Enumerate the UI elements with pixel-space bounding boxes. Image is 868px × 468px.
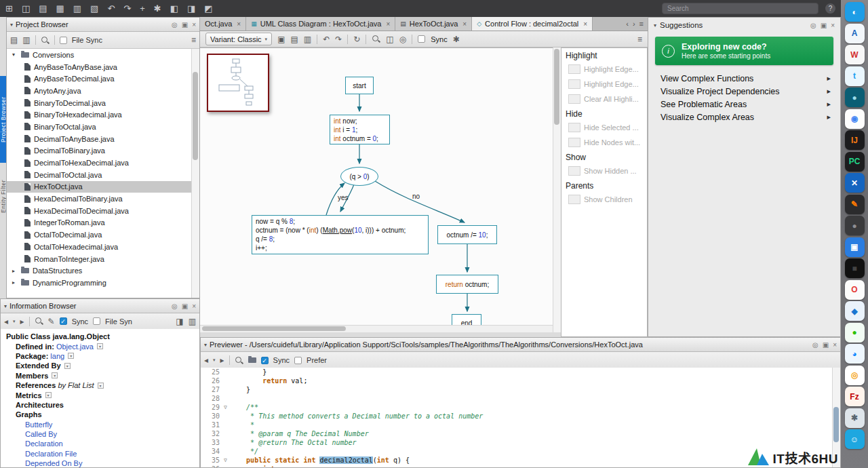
tree-file-item[interactable]: DecimalToOctal.java	[7, 169, 192, 181]
flow-node-condition[interactable]: (q > 0)	[340, 167, 378, 186]
caret-right-icon[interactable]: ▸	[12, 268, 18, 274]
collapse-caret-icon[interactable]: ▾	[10, 22, 13, 28]
graph-option-item[interactable]: Show Hidden ...	[561, 163, 647, 178]
tree-file-item[interactable]: BinaryToDecimal.java	[7, 97, 192, 109]
suggestion-link[interactable]: Visualize Project Dependencies▸	[648, 85, 840, 98]
prefer-checkbox[interactable]	[294, 357, 302, 364]
expand-icon[interactable]: ▾	[68, 353, 74, 359]
info-property[interactable]: Extended By▾	[1, 361, 199, 370]
dock-gray-app-icon[interactable]: ●	[845, 216, 865, 235]
pin-icon[interactable]: ◎	[812, 341, 818, 349]
editor-tab[interactable]: ▦UML Class Diagram : HexToOct.java×	[246, 17, 395, 31]
search-icon[interactable]	[235, 356, 243, 365]
dock-gem-icon[interactable]: ◆	[845, 301, 865, 321]
graph-link[interactable]: Declaration File	[25, 450, 77, 458]
graph-option-item[interactable]: Clear All Highli...	[561, 92, 647, 106]
float-window-icon[interactable]: ▣	[182, 303, 188, 310]
pin-icon[interactable]: ◎	[810, 22, 816, 29]
open-folder-icon[interactable]: ▦	[56, 4, 64, 13]
graph-link[interactable]: Called By	[25, 430, 57, 438]
dock-chrome-icon[interactable]: ◉	[845, 109, 865, 129]
collapse-caret-icon[interactable]: ▾	[204, 342, 207, 348]
float-window-icon[interactable]: ▣	[823, 341, 829, 349]
tree-file-item[interactable]: OctalToHexadecimal.java	[7, 241, 192, 253]
dock-settings-icon[interactable]: ✱	[845, 408, 865, 428]
save-image-icon[interactable]: ▥	[304, 35, 311, 43]
caret-down-icon[interactable]: ▾	[12, 52, 18, 58]
diagram-sync-checkbox[interactable]	[418, 35, 425, 43]
dock-pen-icon[interactable]: ✎	[845, 195, 865, 214]
settings-wrench-icon[interactable]: ✱	[453, 35, 460, 43]
dock-twitter-icon[interactable]: t	[845, 66, 865, 86]
move-tool-icon[interactable]: +	[140, 4, 145, 13]
graph-link[interactable]: Declaration	[25, 440, 63, 448]
dock-app-a-icon[interactable]: A	[845, 24, 865, 43]
tree-scrollbar[interactable]	[191, 49, 199, 298]
close-icon[interactable]: ×	[192, 21, 196, 28]
suggestion-link[interactable]: Visualize Complex Areas▸	[648, 111, 840, 123]
center-node-icon[interactable]: ◎	[399, 35, 406, 43]
tab-scroll-left-icon[interactable]: ‹	[626, 20, 629, 28]
fold-icon[interactable]: ▽	[221, 457, 230, 463]
dock-opera-icon[interactable]: O	[845, 280, 865, 300]
new-file-icon[interactable]: ▤	[10, 36, 18, 44]
expand-all-icon[interactable]: ◨	[176, 317, 183, 326]
info-property[interactable]: Defined in: Object.java▾	[1, 341, 199, 351]
scrollbar-thumb[interactable]	[833, 407, 839, 442]
save-all-icon[interactable]: ▧	[90, 4, 98, 13]
tree-file-item[interactable]: DecimalToAnyBase.java	[7, 133, 192, 145]
tree-file-item[interactable]: AnyBaseToDecimal.java	[7, 73, 192, 85]
edit-icon[interactable]: ✎	[48, 317, 55, 326]
menu-icon[interactable]: ≡	[637, 35, 642, 43]
dock-filezilla-icon[interactable]: Fz	[845, 387, 865, 406]
copy-icon[interactable]: ▣	[277, 35, 285, 43]
tree-file-item[interactable]: DecimalToBinary.java	[7, 145, 192, 157]
back-arrow-icon[interactable]: ◂	[204, 356, 208, 364]
tools-icon[interactable]: ✱	[154, 4, 161, 13]
pin-icon[interactable]: ◎	[172, 21, 178, 28]
property-value[interactable]: Object.java	[54, 343, 94, 351]
close-icon[interactable]: ×	[831, 22, 835, 29]
info-property[interactable]: Metrics▾	[1, 390, 199, 399]
collapse-caret-icon[interactable]: ▾	[4, 303, 7, 309]
search-icon[interactable]	[35, 317, 43, 326]
fold-icon[interactable]: ▽	[221, 404, 230, 410]
tree-file-item[interactable]: RomanToInteger.java	[7, 253, 192, 265]
zoom-icon[interactable]	[372, 35, 380, 43]
tree-folder-root[interactable]: ▾Conversions	[7, 49, 192, 61]
close-tab-icon[interactable]: ×	[462, 20, 467, 28]
tree-file-item[interactable]: AnytoAny.java	[7, 85, 192, 97]
graph-option-item[interactable]: Highlight Edge...	[561, 62, 647, 77]
flow-node-loop-body[interactable]: now = q % 8;octnum = (now * (int) (Math.…	[252, 215, 429, 254]
forward-arrow-icon[interactable]: ▸	[220, 356, 224, 364]
control-flow-canvas[interactable]: start int now;int i = 1;int octnum = 0; …	[200, 47, 553, 332]
back-arrow-icon[interactable]: ↶	[107, 4, 115, 13]
flow-node-divide[interactable]: octnum /= 10;	[437, 225, 497, 244]
tree-file-item[interactable]: HexToOct.java	[7, 181, 192, 193]
graph-option-item[interactable]: Hide Nodes wit...	[561, 135, 647, 150]
canvas-vscrollbar[interactable]	[553, 47, 561, 332]
info-property[interactable]: Members▾	[1, 371, 199, 381]
graph-link[interactable]: Butterfly	[25, 421, 52, 429]
dock-browser-icon[interactable]: ◐	[845, 2, 865, 22]
tree-folder[interactable]: ▸DynamicProgramming	[7, 277, 192, 289]
layout-right-icon[interactable]: ◨	[187, 4, 195, 13]
float-window-icon[interactable]: ▣	[182, 21, 188, 28]
file-sync-checkbox[interactable]	[93, 317, 100, 325]
fit-view-icon[interactable]: ◫	[386, 35, 393, 43]
variant-dropdown[interactable]: Variant: Classic ▾	[205, 33, 272, 45]
graph-option-item[interactable]: Show Children	[561, 192, 647, 207]
dock-vscode-icon[interactable]: ✕	[845, 173, 865, 193]
redo-icon[interactable]: ↷	[335, 35, 342, 43]
dock-pycharm-icon[interactable]: PC	[845, 152, 865, 172]
suggestion-link[interactable]: See Problematic Areas▸	[648, 98, 840, 111]
open-folder-icon[interactable]	[248, 357, 256, 363]
close-icon[interactable]: ×	[833, 341, 837, 349]
new-file-icon[interactable]: ▤	[39, 4, 47, 13]
menu-icon[interactable]: ≡	[191, 36, 196, 44]
forward-arrow-icon[interactable]: ▸	[20, 317, 24, 326]
monitor-icon[interactable]: ◫	[22, 4, 30, 13]
tree-folder[interactable]: ▸DataStructures	[7, 265, 192, 277]
tree-file-item[interactable]: AnyBaseToAnyBase.java	[7, 61, 192, 73]
scrollbar-thumb[interactable]	[193, 72, 198, 160]
